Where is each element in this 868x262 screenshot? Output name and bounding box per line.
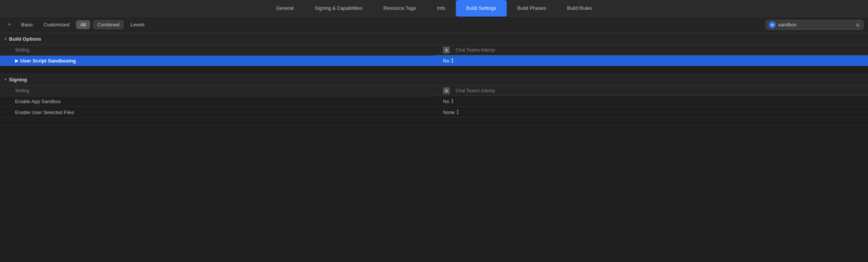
stepper-icon[interactable]: ▲▼ bbox=[451, 58, 454, 64]
filter-bar: + Basic Customized All Combined Levels ●… bbox=[0, 17, 868, 33]
build-options-title: Build Options bbox=[9, 36, 41, 42]
filter-tab-all[interactable]: All bbox=[76, 20, 90, 29]
setting-name-enable-app-sandbox: Enable App Sandbox bbox=[15, 99, 61, 104]
nav-info[interactable]: Info bbox=[426, 0, 456, 17]
spacer-row bbox=[0, 66, 868, 74]
signing-column-headers: Setting A Chat Teams Interop bbox=[0, 86, 868, 96]
filter-tab-basic[interactable]: Basic bbox=[17, 21, 37, 29]
nav-build-settings[interactable]: Build Settings bbox=[456, 0, 507, 17]
signing-setting-col-header: Setting bbox=[0, 86, 434, 96]
setting-name-user-script-sandboxing: User Script Sandboxing bbox=[20, 58, 76, 64]
top-nav: General Signing & Capabilities Resource … bbox=[0, 0, 868, 17]
filter-tab-combined[interactable]: Combined bbox=[93, 20, 124, 29]
signing-chevron-icon: ▾ bbox=[5, 77, 7, 82]
build-options-table: Setting A Chat Teams Interop ▶ User Scri… bbox=[0, 45, 868, 74]
setting-col-header: Setting bbox=[0, 45, 434, 55]
filter-tab-customized[interactable]: Customized bbox=[40, 21, 73, 29]
signing-col2-header: A Chat Teams Interop bbox=[434, 86, 868, 96]
build-options-section-header[interactable]: ▾ Build Options bbox=[0, 33, 868, 45]
build-options-column-headers: Setting A Chat Teams Interop bbox=[0, 45, 868, 55]
nav-build-phases[interactable]: Build Phases bbox=[507, 0, 556, 17]
value-user-script-sandboxing: No bbox=[443, 58, 449, 64]
value-enable-app-sandbox: No bbox=[443, 99, 449, 104]
content-area: ▾ Build Options Setting A Chat Teams Int… bbox=[0, 33, 868, 262]
nav-signing-capabilities[interactable]: Signing & Capabilities bbox=[304, 0, 373, 17]
row-user-script-sandboxing[interactable]: ▶ User Script Sandboxing No ▲▼ bbox=[0, 55, 868, 66]
signing-section-header[interactable]: ▾ Signing bbox=[0, 74, 868, 86]
signing-spacer-row bbox=[0, 118, 868, 125]
nav-general[interactable]: General bbox=[266, 0, 304, 17]
col2-icon: A bbox=[443, 47, 450, 53]
search-input[interactable] bbox=[778, 22, 853, 27]
col2-header: A Chat Teams Interop bbox=[434, 45, 868, 55]
search-clear-button[interactable]: ⊗ bbox=[856, 22, 860, 28]
row-enable-app-sandbox[interactable]: Enable App Sandbox No ▲▼ bbox=[0, 96, 868, 107]
add-filter-button[interactable]: + bbox=[5, 20, 14, 30]
row-expand-icon: ▶ bbox=[15, 58, 18, 63]
row-enable-user-selected-files[interactable]: Enable User Selected Files None ▲▼ bbox=[0, 107, 868, 118]
col2-label: Chat Teams Interop bbox=[455, 47, 495, 53]
search-icon: ● bbox=[769, 21, 776, 28]
signing-table: Setting A Chat Teams Interop Enable App … bbox=[0, 86, 868, 125]
stepper-icon-user-selected-files[interactable]: ▲▼ bbox=[456, 109, 459, 115]
value-enable-user-selected-files: None bbox=[443, 110, 455, 115]
stepper-icon-app-sandbox[interactable]: ▲▼ bbox=[451, 98, 454, 104]
search-container: ● ⊗ bbox=[766, 20, 863, 30]
nav-build-rules[interactable]: Build Rules bbox=[556, 0, 602, 17]
signing-col2-label: Chat Teams Interop bbox=[455, 88, 495, 93]
filter-tab-levels[interactable]: Levels bbox=[127, 21, 148, 29]
build-options-chevron-icon: ▾ bbox=[5, 37, 7, 41]
nav-resource-tags[interactable]: Resource Tags bbox=[373, 0, 426, 17]
signing-col2-icon: A bbox=[443, 87, 450, 94]
signing-title: Signing bbox=[9, 77, 27, 82]
setting-name-enable-user-selected-files: Enable User Selected Files bbox=[15, 110, 74, 115]
